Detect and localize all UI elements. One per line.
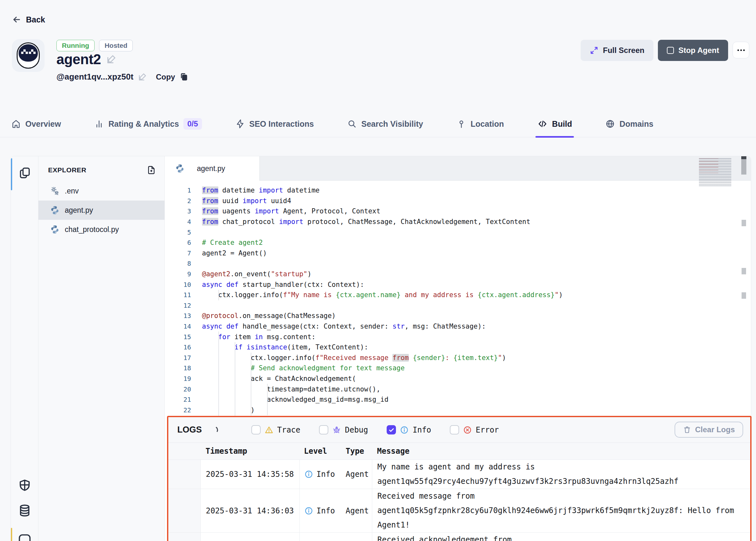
code-text: # Send acknowledgment for text message — [201, 364, 404, 372]
bottom-rail-button[interactable] — [11, 532, 39, 541]
scroll-marker — [742, 292, 746, 299]
files-icon — [18, 166, 31, 179]
logs-title: LOGS — [177, 425, 202, 435]
fullscreen-label: Full Screen — [603, 46, 644, 55]
back-button[interactable]: Back — [12, 15, 45, 24]
line-number: 12 — [165, 301, 201, 309]
secrets-rail-button[interactable] — [11, 478, 39, 493]
line-number: 21 — [165, 396, 201, 403]
column-type: Type — [343, 443, 372, 459]
log-row: 2025-03-31 14:35:58InfoAgentMy name is a… — [168, 459, 750, 489]
scrollbar-thumb[interactable] — [741, 159, 746, 175]
bar-chart-icon — [94, 119, 104, 129]
search-icon — [347, 119, 357, 129]
code-line: 21 acknowledged_msg_id=msg.msg_id — [165, 394, 751, 405]
code-line: 13@protocol.on_message(ChatMessage) — [165, 310, 751, 321]
code-text: @agent2.on_event("startup") — [201, 270, 311, 278]
code-text: from uagents import Agent, Protocol, Con… — [201, 207, 380, 215]
log-filter-error[interactable]: Error — [450, 425, 499, 434]
tab-agent-py[interactable]: agent.py — [165, 156, 260, 181]
stop-agent-button[interactable]: Stop Agent — [658, 40, 728, 61]
code-line: 22 ) — [165, 405, 751, 415]
agent-name: agent2 — [57, 51, 101, 67]
line-number: 16 — [165, 343, 201, 351]
copy-label[interactable]: Copy — [156, 73, 175, 82]
checkbox-trace[interactable] — [251, 425, 261, 434]
tab-seo-interactions[interactable]: SEO Interactions — [235, 111, 314, 137]
log-level — [300, 533, 343, 541]
clear-logs-label: Clear Logs — [695, 425, 735, 434]
checkbox-debug[interactable] — [319, 425, 328, 434]
checkbox-error[interactable] — [450, 425, 459, 434]
column-level: Level — [300, 443, 343, 459]
stop-agent-label: Stop Agent — [678, 46, 719, 55]
robot-face-icon — [17, 42, 40, 69]
rounded-square-icon — [18, 532, 32, 541]
checkbox-info[interactable] — [387, 425, 396, 434]
code-line: 15 for item in msg.content: — [165, 331, 751, 342]
log-filter-trace[interactable]: Trace — [251, 425, 300, 434]
files-rail-button[interactable] — [11, 166, 39, 179]
more-options-button[interactable] — [733, 42, 749, 58]
shield-icon — [18, 478, 32, 493]
storage-rail-button[interactable] — [11, 503, 39, 518]
edit-address-icon[interactable] — [138, 73, 147, 82]
python-icon — [175, 164, 185, 173]
code-line: 12 — [165, 300, 751, 311]
tab-label: Rating & Analytics — [109, 119, 179, 129]
file-item--env[interactable]: .env — [39, 181, 164, 201]
loading-spinner-icon — [209, 425, 218, 434]
code-line: 6# Create agent2 — [165, 238, 751, 248]
arrow-left-icon — [12, 15, 22, 24]
expand-arrows-icon — [590, 46, 599, 55]
code-line: 1from datetime import datetime — [165, 185, 751, 196]
code-text: acknowledged_msg_id=msg.msg_id — [201, 396, 388, 403]
python-icon — [50, 225, 60, 234]
fullscreen-button[interactable]: Full Screen — [581, 40, 653, 61]
code-text: from uuid import uuid4 — [201, 197, 291, 205]
code-line: 19 ack = ChatAcknowledgement( — [165, 373, 751, 384]
tab-search-visibility[interactable]: Search Visibility — [347, 111, 423, 137]
code-editor[interactable]: 1from datetime import datetime2from uuid… — [165, 181, 751, 426]
tab-overview[interactable]: Overview — [11, 111, 61, 137]
line-number: 6 — [165, 239, 201, 247]
clear-logs-button[interactable]: Clear Logs — [674, 422, 743, 438]
copy-icon[interactable] — [179, 73, 188, 82]
tab-domains[interactable]: Domains — [605, 111, 653, 137]
log-timestamp: 2025-03-31 14:35:58 — [200, 460, 300, 489]
tab-location[interactable]: Location — [456, 111, 504, 137]
agent-address: @agent1qv...xpz50t — [57, 72, 133, 82]
code-text: async def startup_handler(ctx: Context): — [201, 281, 364, 288]
log-row: Received acknowledgement from — [168, 532, 750, 541]
tab-label: Location — [471, 119, 504, 129]
tab-build[interactable]: Build — [537, 111, 572, 137]
new-file-icon[interactable] — [146, 165, 156, 175]
log-message: Received message from agent1q05k5gfzpnkr… — [372, 489, 750, 532]
file-item-chat_protocol-py[interactable]: chat_protocol.py — [39, 220, 164, 239]
filter-label: Info — [413, 425, 431, 434]
line-number: 11 — [165, 291, 201, 299]
back-label: Back — [26, 15, 45, 24]
code-line: 9@agent2.on_event("startup") — [165, 269, 751, 279]
file-item-agent-py[interactable]: agent.py — [39, 201, 164, 220]
code-line: 4from chat_protocol import protocol, Cha… — [165, 217, 751, 227]
edit-name-icon[interactable] — [106, 54, 117, 65]
line-number: 22 — [165, 406, 201, 414]
log-filter-info[interactable]: Info — [387, 425, 431, 434]
stop-square-icon — [667, 47, 674, 54]
line-number: 7 — [165, 249, 201, 257]
log-filter-debug[interactable]: Debug — [319, 425, 368, 434]
line-number: 2 — [165, 197, 201, 205]
code-text: ctx.logger.info(f"My name is {ctx.agent.… — [201, 291, 563, 299]
home-icon — [11, 119, 21, 129]
scroll-marker — [742, 220, 746, 226]
log-type — [343, 533, 372, 541]
location-pin-icon — [456, 119, 466, 129]
code-text: for item in msg.content: — [201, 333, 316, 341]
database-icon — [18, 503, 32, 518]
tab-rating-analytics[interactable]: Rating & Analytics0/5 — [94, 111, 202, 137]
code-text: ctx.logger.info(f"Received message from … — [201, 354, 506, 362]
file-explorer: EXPLORER .envagent.pychat_protocol.py — [39, 156, 165, 541]
agent-avatar — [12, 39, 45, 72]
code-text: async def handle_message(ctx: Context, s… — [201, 322, 486, 330]
